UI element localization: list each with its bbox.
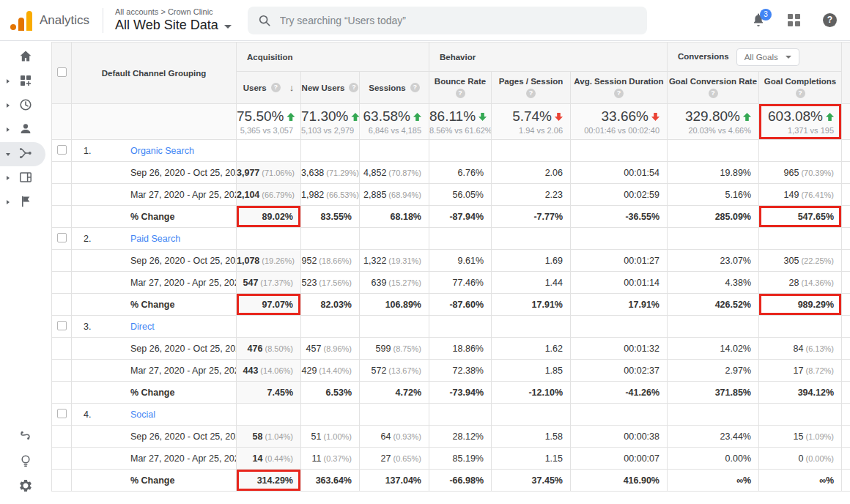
percent-change-cell: ∞% — [759, 470, 842, 492]
notification-badge: 3 — [760, 9, 772, 21]
divider — [103, 8, 103, 33]
help-icon[interactable]: ? — [410, 83, 420, 92]
empty-cell — [842, 404, 850, 426]
search-bar[interactable] — [248, 7, 647, 34]
sidebar-item-discover[interactable] — [0, 450, 51, 475]
percent-change-cell: -12.10% — [492, 382, 571, 404]
metric-cell: 14.02% — [668, 338, 759, 360]
percent-change-cell: 97.07% — [237, 294, 301, 316]
metric-cell: 00:01:27 — [571, 250, 668, 272]
chevron-right-icon — [7, 103, 10, 108]
empty-cell — [360, 228, 429, 250]
percent-change-row: % Change314.29%363.64%137.04%-66.98%37.4… — [52, 470, 850, 492]
metric-cell: 599(8.75%) — [360, 338, 429, 360]
sidebar-item-realtime[interactable] — [0, 94, 51, 118]
help-icon[interactable]: ? — [823, 13, 837, 27]
sidebar-item-home[interactable] — [0, 45, 51, 70]
column-header-sessions[interactable]: Sessions? — [360, 72, 429, 104]
column-header-bounce-rate[interactable]: Bounce Rate? — [429, 72, 492, 104]
help-icon[interactable]: ? — [709, 89, 718, 98]
column-header-users[interactable]: Users?↓ — [237, 72, 301, 104]
empty-cell — [842, 382, 850, 404]
metric-cell: 1.85 — [492, 360, 571, 382]
sidebar-item-audience[interactable] — [0, 118, 51, 142]
empty-cell — [759, 228, 842, 250]
metric-cell: 00:02:37 — [571, 360, 668, 382]
summary-cell: 5.74%1.94 vs 2.06 — [492, 104, 571, 140]
percent-change-cell: 137.04% — [360, 470, 429, 492]
metric-cell: 572(13.67%) — [360, 360, 429, 382]
column-header-new-users[interactable]: New Users? — [301, 72, 360, 104]
chevron-down-icon — [224, 25, 232, 29]
help-icon[interactable]: ? — [526, 89, 536, 98]
percent-change-cell: -36.55% — [571, 206, 668, 228]
column-header-avg-session-duration[interactable]: Avg. Session Duration? — [571, 72, 668, 104]
select-all-checkbox[interactable] — [57, 67, 67, 77]
channel-row: 4.Social — [52, 404, 850, 426]
percent-change-row: % Change97.07%82.03%106.89%-87.60%17.91%… — [52, 294, 850, 316]
property-selector[interactable]: All accounts > Crown Clinic All Web Site… — [115, 7, 232, 33]
empty-cell — [492, 228, 571, 250]
help-icon[interactable]: ? — [456, 89, 465, 98]
empty-cell — [842, 360, 850, 382]
date-range-row: Mar 27, 2020 - Apr 25, 202014(0.44%)11(0… — [52, 448, 850, 470]
search-icon — [258, 14, 271, 27]
channel-link[interactable]: Paid Search — [130, 234, 180, 244]
help-icon[interactable]: ? — [796, 89, 805, 98]
row-checkbox[interactable] — [57, 409, 67, 418]
metric-cell: 1.58 — [492, 426, 571, 448]
empty-cell — [842, 140, 850, 162]
channel-link[interactable]: Social — [130, 410, 155, 420]
channel-row: 3.Direct — [52, 316, 850, 338]
help-icon[interactable]: ? — [271, 83, 281, 92]
column-header-goal-completions[interactable]: Goal Completions? — [759, 72, 842, 104]
home-icon — [18, 49, 33, 67]
metric-cell: 1,078(19.26%) — [237, 250, 301, 272]
sort-descending-icon[interactable]: ↓ — [289, 82, 295, 93]
metric-cell: 00:01:54 — [571, 162, 668, 184]
sidebar-item-behavior[interactable] — [0, 166, 51, 190]
metric-cell: 1.69 — [492, 250, 571, 272]
app-name: Analytics — [40, 13, 89, 28]
channel-link[interactable]: Organic Search — [130, 146, 194, 156]
summary-cell: 63.58%6,846 vs 4,185 — [360, 104, 429, 140]
metric-cell: 4.38% — [668, 272, 759, 294]
apps-grid-icon[interactable] — [788, 14, 801, 27]
sidebar-item-attribution[interactable] — [0, 425, 51, 450]
empty-cell — [429, 228, 492, 250]
notifications-button[interactable]: 3 — [751, 13, 766, 28]
empty-cell — [759, 316, 842, 338]
column-header-goal-conversion-rate[interactable]: Goal Conversion Rate? — [668, 72, 759, 104]
empty-cell — [571, 228, 668, 250]
metric-cell: 56.05% — [429, 184, 492, 206]
chevron-right-icon — [7, 200, 10, 204]
percent-change-cell: 989.29% — [759, 294, 842, 316]
column-header-pages-session[interactable]: Pages / Session? — [492, 72, 571, 104]
sidebar-item-conversions[interactable] — [0, 190, 51, 215]
all-goals-dropdown[interactable]: All Goals — [736, 48, 799, 66]
help-icon[interactable]: ? — [614, 89, 624, 98]
percent-change-label: % Change — [72, 470, 237, 492]
search-input[interactable] — [280, 15, 602, 26]
metric-cell: 3,977(71.06%) — [237, 162, 301, 184]
sidebar-item-acquisition[interactable] — [0, 142, 51, 166]
row-checkbox[interactable] — [57, 233, 67, 242]
help-icon[interactable]: ? — [349, 83, 358, 92]
summary-cell: 71.30%5,103 vs 2,979 — [301, 104, 360, 140]
date-range-label: Sep 26, 2020 - Oct 25, 2020 — [72, 162, 237, 184]
chevron-down-icon — [6, 153, 10, 156]
metric-cell: 0.00% — [668, 448, 759, 470]
row-checkbox[interactable] — [57, 145, 67, 155]
sidebar-item-admin[interactable] — [0, 475, 51, 500]
empty-cell — [842, 426, 850, 448]
channel-link[interactable]: Direct — [130, 322, 155, 332]
empty-cell — [237, 140, 301, 162]
breadcrumb: All accounts > Crown Clinic — [115, 7, 232, 16]
row-checkbox[interactable] — [57, 321, 67, 330]
date-range-label: Sep 26, 2020 - Oct 25, 2020 — [72, 426, 237, 448]
nav-sidebar — [0, 42, 51, 504]
percent-change-label: % Change — [72, 206, 237, 228]
sidebar-item-customization[interactable] — [0, 70, 51, 94]
date-range-label: Sep 26, 2020 - Oct 25, 2020 — [72, 338, 237, 360]
column-header-default-channel-grouping[interactable]: Default Channel Grouping — [72, 42, 237, 104]
